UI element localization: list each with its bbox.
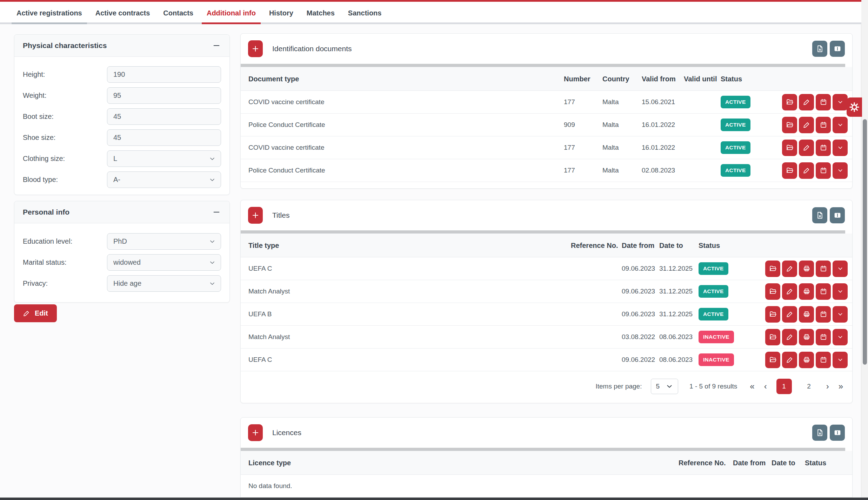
table-scrollbar[interactable] xyxy=(241,230,845,234)
status-badge: ACTIVE xyxy=(699,308,728,320)
expand-button[interactable] xyxy=(833,94,848,110)
print-button[interactable] xyxy=(799,352,814,368)
field-value: 190 xyxy=(113,70,125,79)
input-height[interactable]: 190 xyxy=(107,66,221,83)
number-cell: 177 xyxy=(564,91,602,114)
expand-button[interactable] xyxy=(833,329,848,345)
open-folder-button[interactable] xyxy=(765,306,780,323)
expand-button[interactable] xyxy=(833,117,848,133)
select-marital-status[interactable]: widowed xyxy=(107,254,221,271)
page-2-button[interactable]: 2 xyxy=(801,379,817,394)
page-size-select[interactable]: 5 xyxy=(651,379,678,394)
previous-page-button[interactable]: ‹ xyxy=(764,382,767,391)
select-privacy[interactable]: Hide age xyxy=(107,275,221,292)
field-value: 45 xyxy=(113,134,121,142)
next-page-button[interactable]: › xyxy=(826,382,829,391)
select-blood-type[interactable]: A- xyxy=(107,171,221,188)
edit-button[interactable] xyxy=(782,352,797,368)
edit-button[interactable] xyxy=(782,261,797,277)
input-weight[interactable]: 95 xyxy=(107,87,221,104)
country-cell: Malta xyxy=(602,91,642,114)
export-excel-button[interactable] xyxy=(812,425,827,441)
first-page-button[interactable]: « xyxy=(750,382,754,391)
identification-grid: Document typeNumberCountryValid fromVali… xyxy=(241,67,852,182)
add-title-button[interactable] xyxy=(248,207,263,224)
add-identification-document-button[interactable] xyxy=(248,40,263,57)
print-button[interactable] xyxy=(799,329,814,345)
calendar-button[interactable] xyxy=(816,283,831,300)
expand-button[interactable] xyxy=(833,261,848,277)
edit-button[interactable] xyxy=(782,283,797,300)
calendar-button[interactable] xyxy=(816,162,831,179)
expand-button[interactable] xyxy=(833,162,848,179)
expand-button[interactable] xyxy=(833,306,848,323)
page-scrollbar-track[interactable] xyxy=(861,0,868,500)
field-value: PhD xyxy=(113,237,127,245)
pencil-icon xyxy=(23,310,30,317)
edit-button[interactable] xyxy=(799,140,814,156)
calendar-button[interactable] xyxy=(816,117,831,133)
open-folder-button[interactable] xyxy=(782,94,797,110)
edit-button[interactable] xyxy=(799,94,814,110)
collapse-button[interactable] xyxy=(212,208,221,217)
tab-contacts[interactable]: Contacts xyxy=(163,2,193,24)
select-education-level[interactable]: PhD xyxy=(107,233,221,250)
export-excel-button[interactable] xyxy=(812,207,827,223)
cell-value: UEFA C xyxy=(248,356,272,363)
last-page-button[interactable]: » xyxy=(839,382,843,391)
tab-matches[interactable]: Matches xyxy=(307,2,335,24)
calendar-button[interactable] xyxy=(816,352,831,368)
print-button[interactable] xyxy=(799,283,814,300)
field-row: Clothing size:L xyxy=(23,150,221,167)
open-folder-button[interactable] xyxy=(782,140,797,156)
open-folder-button[interactable] xyxy=(765,283,780,300)
calendar-button[interactable] xyxy=(816,261,831,277)
select-clothing-size[interactable]: L xyxy=(107,150,221,167)
date-from-cell: 03.08.2022 xyxy=(622,326,659,349)
settings-button[interactable] xyxy=(847,97,862,117)
toggle-columns-button[interactable] xyxy=(830,425,845,441)
page-1-button[interactable]: 1 xyxy=(776,379,792,394)
chevron-down-icon xyxy=(209,238,216,245)
chevron-down-icon xyxy=(836,265,844,272)
pencil-icon xyxy=(786,265,794,272)
calendar-button[interactable] xyxy=(816,94,831,110)
input-shoe-size[interactable]: 45 xyxy=(107,129,221,146)
print-button[interactable] xyxy=(799,306,814,323)
open-folder-button[interactable] xyxy=(765,352,780,368)
expand-button[interactable] xyxy=(833,283,848,300)
calendar-button[interactable] xyxy=(816,140,831,156)
calendar-button[interactable] xyxy=(816,329,831,345)
table-scrollbar[interactable] xyxy=(241,64,845,67)
expand-button[interactable] xyxy=(833,140,848,156)
tab-additional-info[interactable]: Additional info xyxy=(207,2,256,24)
print-button[interactable] xyxy=(799,261,814,277)
input-boot-size[interactable]: 45 xyxy=(107,108,221,125)
cell-value: 31.12.2025 xyxy=(659,265,693,272)
edit-button[interactable] xyxy=(782,329,797,345)
edit-button[interactable] xyxy=(799,162,814,179)
field-row: Blood type:A- xyxy=(23,171,221,188)
edit-button[interactable]: Edit xyxy=(14,304,57,322)
page-scrollbar-thumb[interactable] xyxy=(863,119,867,365)
tab-active-contracts[interactable]: Active contracts xyxy=(95,2,150,24)
collapse-button[interactable] xyxy=(212,41,221,50)
open-folder-button[interactable] xyxy=(782,117,797,133)
calendar-button[interactable] xyxy=(816,306,831,323)
edit-button[interactable] xyxy=(782,306,797,323)
open-folder-button[interactable] xyxy=(765,329,780,345)
edit-button[interactable] xyxy=(799,117,814,133)
field-label: Clothing size: xyxy=(23,155,107,163)
open-folder-button[interactable] xyxy=(765,261,780,277)
pencil-icon xyxy=(786,288,794,295)
open-folder-button[interactable] xyxy=(782,162,797,179)
tab-sanctions[interactable]: Sanctions xyxy=(348,2,382,24)
tab-history[interactable]: History xyxy=(269,2,293,24)
toggle-columns-button[interactable] xyxy=(830,207,845,223)
export-excel-button[interactable] xyxy=(812,41,827,57)
table-scrollbar[interactable] xyxy=(241,448,845,451)
toggle-columns-button[interactable] xyxy=(830,41,845,57)
expand-button[interactable] xyxy=(833,352,848,368)
add-licence-button[interactable] xyxy=(248,424,263,441)
tab-active-registrations[interactable]: Active registrations xyxy=(16,2,82,24)
